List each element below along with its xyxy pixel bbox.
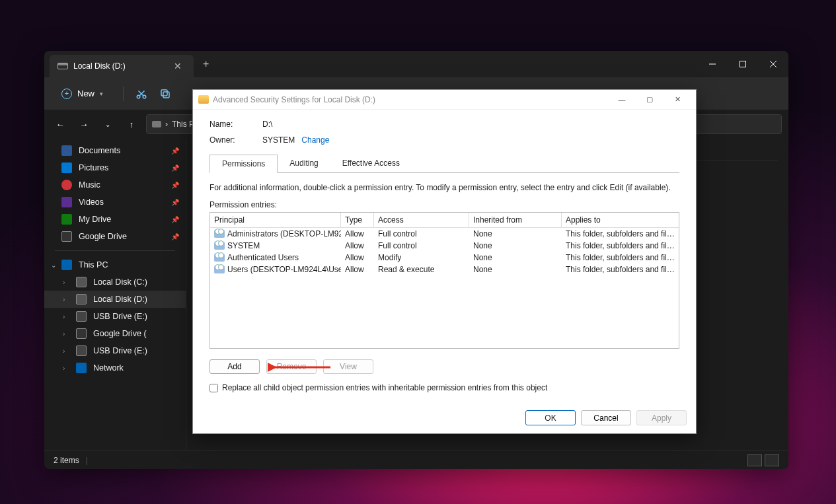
drive-icon bbox=[76, 277, 87, 287]
permission-row[interactable]: Administrators (DESKTOP-LM92...AllowFull… bbox=[210, 228, 679, 240]
tab-effective-access[interactable]: Effective Access bbox=[330, 155, 412, 173]
new-tab-button[interactable]: + bbox=[194, 58, 218, 70]
dialog-title: Advanced Security Settings for Local Dis… bbox=[213, 95, 605, 104]
pin-icon: 📌 bbox=[171, 216, 179, 223]
replace-child-entries-label: Replace all child object permission entr… bbox=[222, 383, 547, 392]
pc-icon bbox=[61, 260, 72, 270]
sidebar-item[interactable]: Google Drive📌 bbox=[44, 228, 186, 245]
name-label: Name: bbox=[209, 120, 262, 129]
change-owner-link[interactable]: Change bbox=[301, 135, 329, 145]
pin-icon: 📌 bbox=[171, 164, 179, 172]
folder-icon bbox=[61, 162, 72, 173]
pin-icon: 📌 bbox=[171, 147, 179, 155]
sidebar-drive-item[interactable]: ›USB Drive (E:) bbox=[44, 308, 186, 325]
new-button[interactable]: + New ▾ bbox=[54, 85, 111, 103]
sidebar-item[interactable]: Documents📌 bbox=[44, 142, 186, 159]
owner-value: SYSTEM bbox=[262, 135, 295, 145]
pin-icon: 📌 bbox=[171, 233, 179, 240]
dialog-minimize-button[interactable]: — bbox=[609, 91, 635, 108]
tab-auditing[interactable]: Auditing bbox=[278, 155, 330, 173]
minimize-button[interactable] bbox=[697, 51, 728, 77]
sidebar-drive-item[interactable]: ›Local Disk (D:) bbox=[44, 291, 186, 308]
pin-icon: 📌 bbox=[171, 199, 179, 206]
drive-icon bbox=[76, 345, 87, 356]
back-button[interactable]: ← bbox=[51, 115, 69, 133]
chevron-right-icon: › bbox=[63, 279, 65, 286]
cut-icon[interactable] bbox=[135, 88, 147, 100]
permission-row[interactable]: Authenticated UsersAllowModifyNoneThis f… bbox=[210, 252, 679, 264]
sidebar-drive-item[interactable]: ›Google Drive ( bbox=[44, 325, 186, 342]
chevron-down-icon: ▾ bbox=[100, 90, 103, 97]
replace-child-entries-checkbox[interactable] bbox=[209, 384, 218, 392]
status-bar: 2 items | bbox=[44, 450, 788, 469]
drive-icon bbox=[76, 328, 87, 339]
dialog-maximize-button[interactable]: ▢ bbox=[636, 91, 663, 108]
users-icon bbox=[214, 242, 225, 250]
copy-icon[interactable] bbox=[159, 88, 171, 100]
dialog-close-button[interactable]: ✕ bbox=[664, 91, 691, 108]
folder-icon bbox=[198, 95, 209, 104]
sidebar-drive-item[interactable]: ›USB Drive (E:) bbox=[44, 342, 186, 359]
apply-button[interactable]: Apply bbox=[636, 410, 687, 425]
users-icon bbox=[214, 230, 225, 238]
col-access[interactable]: Access bbox=[374, 213, 469, 227]
folder-icon bbox=[61, 214, 72, 225]
owner-label: Owner: bbox=[209, 135, 262, 145]
col-applies[interactable]: Applies to bbox=[562, 213, 679, 227]
drive-icon bbox=[76, 363, 87, 373]
chevron-right-icon: › bbox=[63, 313, 65, 320]
dialog-footer: OK Cancel Apply bbox=[193, 404, 696, 433]
details-view-button[interactable] bbox=[747, 454, 762, 466]
col-inherited[interactable]: Inherited from bbox=[469, 213, 562, 227]
disk-icon bbox=[152, 121, 161, 127]
maximize-button[interactable] bbox=[728, 51, 758, 77]
annotation-arrow bbox=[268, 361, 334, 374]
tab-local-disk-d[interactable]: Local Disk (D:) ✕ bbox=[50, 55, 194, 77]
folder-icon bbox=[61, 180, 72, 190]
sidebar-this-pc[interactable]: ⌄ This PC bbox=[44, 256, 186, 273]
disk-icon bbox=[57, 63, 68, 69]
sidebar-item[interactable]: Videos📌 bbox=[44, 194, 186, 211]
folder-icon bbox=[61, 197, 72, 207]
col-principal[interactable]: Principal bbox=[210, 213, 341, 227]
chevron-right-icon: › bbox=[63, 347, 65, 355]
recent-button[interactable]: ⌄ bbox=[98, 115, 117, 133]
dialog-tabs: Permissions Auditing Effective Access bbox=[209, 154, 679, 173]
chevron-right-icon: › bbox=[63, 330, 65, 338]
col-type[interactable]: Type bbox=[341, 213, 374, 227]
sidebar-item[interactable]: Music📌 bbox=[44, 176, 186, 194]
sidebar-drive-item[interactable]: ›Local Disk (C:) bbox=[44, 273, 186, 291]
svg-rect-1 bbox=[740, 61, 746, 67]
status-item-count: 2 items bbox=[54, 456, 79, 465]
users-icon bbox=[214, 254, 225, 262]
permission-row[interactable]: SYSTEMAllowFull controlNoneThis folder, … bbox=[210, 240, 679, 252]
plus-icon: + bbox=[61, 89, 72, 99]
permission-entries-label: Permission entries: bbox=[209, 200, 679, 209]
svg-rect-6 bbox=[163, 92, 169, 98]
sidebar-item[interactable]: Pictures📌 bbox=[44, 159, 186, 176]
forward-button[interactable]: → bbox=[75, 115, 93, 133]
chevron-right-icon: › bbox=[63, 365, 65, 372]
users-icon bbox=[214, 266, 225, 273]
tab-label: Local Disk (D:) bbox=[73, 61, 165, 71]
drive-icon bbox=[76, 311, 87, 322]
close-button[interactable] bbox=[758, 51, 788, 77]
folder-icon bbox=[61, 145, 72, 156]
chevron-right-icon: › bbox=[63, 296, 65, 303]
name-value: D:\ bbox=[262, 120, 272, 129]
up-button[interactable]: ↑ bbox=[122, 115, 141, 133]
explorer-titlebar: Local Disk (D:) ✕ + bbox=[44, 51, 788, 77]
security-settings-dialog: Advanced Security Settings for Local Dis… bbox=[192, 89, 697, 434]
table-header: Principal Type Access Inherited from App… bbox=[210, 213, 679, 228]
drive-icon bbox=[76, 294, 87, 305]
ok-button[interactable]: OK bbox=[525, 410, 576, 425]
permission-row[interactable]: Users (DESKTOP-LM924L4\Users)AllowRead &… bbox=[210, 264, 679, 275]
sidebar-item[interactable]: My Drive📌 bbox=[44, 211, 186, 228]
sidebar-drive-item[interactable]: ›Network bbox=[44, 359, 186, 377]
dialog-titlebar: Advanced Security Settings for Local Dis… bbox=[193, 90, 696, 110]
cancel-button[interactable]: Cancel bbox=[581, 410, 631, 425]
add-button[interactable]: Add bbox=[209, 359, 260, 374]
icons-view-button[interactable] bbox=[765, 454, 779, 466]
tab-permissions[interactable]: Permissions bbox=[209, 155, 278, 173]
tab-close-icon[interactable]: ✕ bbox=[170, 59, 186, 73]
